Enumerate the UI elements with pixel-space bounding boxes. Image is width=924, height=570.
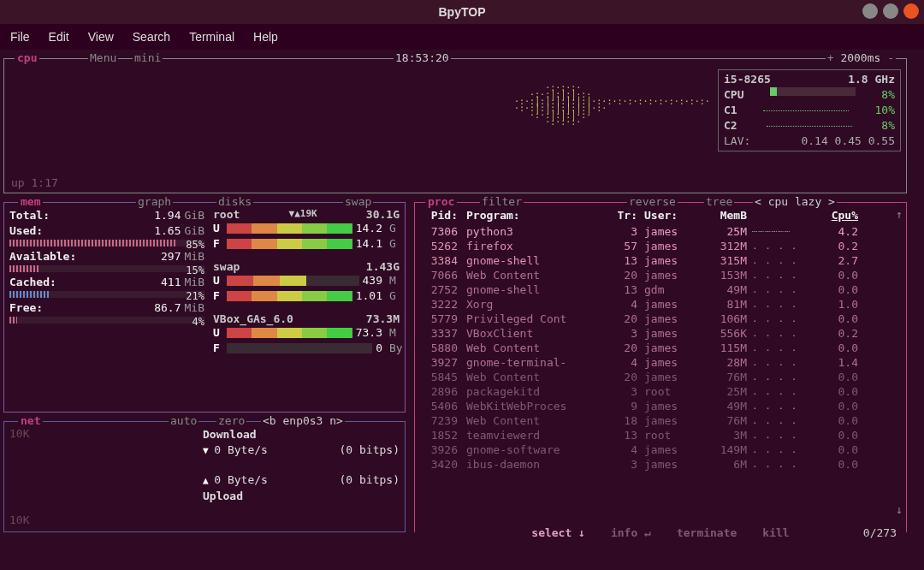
- proc-sort-label[interactable]: < cpu lazy >: [753, 195, 837, 208]
- cpu-lav-values: 0.14 0.45 0.55: [801, 134, 895, 149]
- cpu-clock: 18:53:20: [394, 51, 451, 64]
- scroll-down-icon[interactable]: ↓: [896, 503, 903, 516]
- disk-stats: root▼▲19K30.1G U14.2G F14.1G swap1.43G U…: [213, 208, 400, 356]
- proc-terminate-action[interactable]: terminate: [674, 526, 739, 539]
- proc-kill-action[interactable]: kill: [760, 526, 791, 539]
- menubar: File Edit View Search Terminal Help: [0, 24, 924, 50]
- mem-graph-label[interactable]: graph: [136, 195, 173, 208]
- mem-free-bar: 4%: [9, 317, 204, 324]
- mem-free-key: Free:: [9, 300, 43, 316]
- net-scale-bottom: 10K: [9, 514, 29, 526]
- table-row[interactable]: 3926gnome-software4james149M. . . .0.0: [420, 442, 887, 457]
- menu-search[interactable]: Search: [133, 30, 170, 44]
- mem-avail-bar: 15%: [9, 265, 204, 272]
- mem-disks-label: disks: [216, 195, 253, 208]
- table-row[interactable]: 3420ibus-daemon3james6M. . . .0.0: [420, 457, 887, 472]
- cpu-c1-pct: 10%: [875, 103, 895, 118]
- net-download-label: Download: [203, 427, 257, 442]
- cpu-panel-label: cpu: [15, 51, 39, 64]
- cpu-c1-bar: [763, 103, 849, 111]
- table-row[interactable]: 7066Web Content20james153M. . . .0.0: [420, 268, 887, 282]
- net-auto-label[interactable]: auto: [169, 414, 198, 427]
- terminal-area: cpu Menu mini 18:53:20 + 2000ms - up 1:1…: [0, 50, 924, 570]
- table-row[interactable]: 5406WebKitWebProces9james49M. . . .0.0: [420, 399, 887, 413]
- net-stats: Download ▼ 0 Byte/s(0 bitps) ▲ 0 Byte/s(…: [203, 427, 400, 504]
- table-row[interactable]: 5779Privileged Cont20james106M. . . .0.0: [420, 312, 887, 326]
- table-row[interactable]: 1852teamviewerd13root3M. . . .0.0: [420, 428, 887, 442]
- proc-tree-label[interactable]: tree: [704, 195, 734, 208]
- proc-table: Pid: Program: Tr: User: MemB Cpu% 7306py…: [420, 208, 887, 516]
- table-row[interactable]: 7306python33james25M┈┈┈┈┈┈4.2: [420, 224, 887, 239]
- net-iface[interactable]: <b enp0s3 n>: [261, 414, 345, 427]
- net-panel-label: net: [18, 414, 43, 427]
- refresh-minus-icon[interactable]: -: [887, 51, 894, 64]
- net-panel: net auto zero <b enp0s3 n> 10K 10K Downl…: [3, 421, 406, 532]
- table-row[interactable]: 3927gnome-terminal-4james28M. . . .1.4: [420, 355, 887, 370]
- cpu-uptime: up 1:17: [11, 176, 58, 189]
- mem-avail-key: Available:: [9, 249, 76, 264]
- cpu-mini-label[interactable]: mini: [133, 51, 163, 64]
- mem-cached-bar: 21%: [9, 291, 204, 298]
- close-button[interactable]: [903, 3, 919, 19]
- menu-view[interactable]: View: [88, 30, 114, 44]
- mem-panel: mem graph disks swap Total:1.94GiB Used:…: [3, 202, 406, 413]
- mem-panel-label: mem: [18, 195, 43, 208]
- cpu-c2-label: C2: [724, 118, 737, 134]
- mem-cached-key: Cached:: [9, 275, 56, 290]
- proc-select-action[interactable]: select ↓: [529, 526, 588, 539]
- upload-icon: ▲: [203, 475, 214, 486]
- window-controls: [862, 3, 919, 19]
- cpu-total-label: CPU: [724, 87, 743, 103]
- proc-footer: select ↓ info ↵ terminate kill: [415, 526, 906, 539]
- proc-info-action[interactable]: info ↵: [608, 526, 654, 539]
- table-row[interactable]: 3337VBoxClient3james556K. . . .0.2: [420, 326, 887, 341]
- proc-scrollbar[interactable]: ↑ ↓: [896, 208, 903, 516]
- proc-count: 0/273: [861, 526, 899, 539]
- cpu-graph: ·:·:·:· ·:·:│:│:│·:· ·:·:│:│:│:│:│:│·:·:…: [509, 85, 702, 153]
- table-row[interactable]: 5845Web Content20james76M. . . .0.0: [420, 370, 887, 384]
- cpu-total-bar: [770, 87, 856, 96]
- menu-file[interactable]: File: [10, 30, 30, 44]
- table-row[interactable]: 2752gnome-shell13gdm49M. . . .0.0: [420, 282, 887, 297]
- cpu-lav-label: LAV:: [724, 134, 750, 149]
- mem-used-key: Used:: [9, 223, 43, 239]
- window-titlebar: BpyTOP: [0, 0, 924, 24]
- net-zero-label[interactable]: zero: [216, 414, 246, 427]
- mem-stats: Total:1.94GiB Used:1.65GiB 85% Available…: [9, 208, 204, 326]
- disk-root-name: root: [213, 208, 240, 221]
- disk-vbox-name: VBox_GAs_6.0: [213, 312, 293, 325]
- menu-edit[interactable]: Edit: [49, 30, 69, 44]
- cpu-model: i5-8265: [724, 72, 771, 87]
- menu-help[interactable]: Help: [253, 30, 278, 44]
- table-row[interactable]: 3384gnome-shell13james315M. . . .2.7: [420, 253, 887, 268]
- disk-swap-name: swap: [213, 260, 240, 273]
- table-row[interactable]: 7239Web Content18james76M. . . .0.0: [420, 413, 887, 428]
- window-title: BpyTOP: [439, 5, 486, 19]
- cpu-menu-label[interactable]: Menu: [88, 51, 118, 64]
- proc-panel-label: proc: [425, 195, 457, 208]
- net-upload-label: Upload: [203, 489, 243, 504]
- cpu-total-pct: 8%: [881, 87, 895, 103]
- proc-rows: 7306python33james25M┈┈┈┈┈┈4.25262firefox…: [420, 224, 887, 472]
- mem-swap-label[interactable]: swap: [343, 195, 373, 208]
- proc-header-row: Pid: Program: Tr: User: MemB Cpu%: [420, 208, 887, 224]
- cpu-freq: 1.8 GHz: [848, 72, 895, 87]
- table-row[interactable]: 2896packagekitd3root25M. . . .0.0: [420, 384, 887, 399]
- cpu-c2-pct: 8%: [881, 118, 895, 134]
- net-scale-top: 10K: [9, 427, 29, 440]
- scroll-up-icon[interactable]: ↑: [896, 208, 903, 221]
- proc-reverse-label[interactable]: reverse: [627, 195, 678, 208]
- proc-panel: proc filter reverse tree < cpu lazy > Pi…: [414, 202, 907, 532]
- cpu-panel: cpu Menu mini 18:53:20 + 2000ms - up 1:1…: [3, 58, 907, 193]
- cpu-refresh[interactable]: + 2000ms -: [826, 51, 896, 64]
- menu-terminal[interactable]: Terminal: [189, 30, 234, 44]
- maximize-button[interactable]: [883, 3, 898, 19]
- minimize-button[interactable]: [862, 3, 878, 19]
- refresh-plus-icon[interactable]: +: [827, 51, 834, 64]
- mem-total-key: Total:: [9, 208, 50, 223]
- proc-filter-label[interactable]: filter: [480, 195, 524, 208]
- table-row[interactable]: 3222Xorg4james81M. . . .1.0: [420, 297, 887, 312]
- table-row[interactable]: 5262firefox57james312M. . . .0.2: [420, 239, 887, 253]
- table-row[interactable]: 5880Web Content20james115M. . . .0.0: [420, 341, 887, 355]
- cpu-stats-box: i5-8265 1.8 GHz CPU 8% C1 10% C2 8% LAV:…: [718, 69, 901, 151]
